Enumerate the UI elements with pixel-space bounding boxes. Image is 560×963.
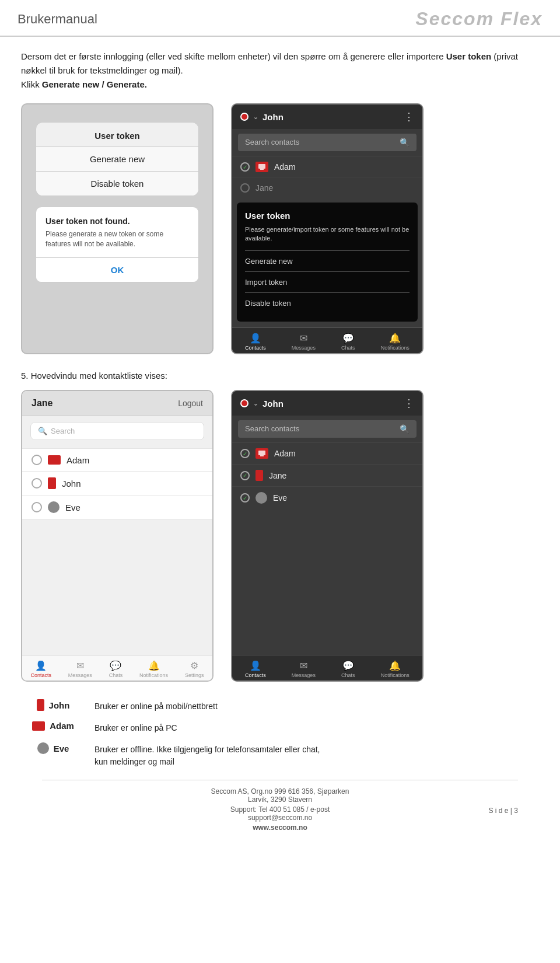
messages-label2: Messages — [292, 672, 316, 678]
check-icon-eve2: ✓ — [240, 493, 250, 503]
nav-contacts[interactable]: 👤 Contacts — [245, 333, 266, 351]
eve-name2: Eve — [273, 493, 287, 503]
ios-messages-label: Messages — [68, 672, 92, 678]
overlay-generate-btn[interactable]: Generate new — [245, 250, 410, 271]
nav-notifications[interactable]: 🔔 Notifications — [381, 333, 410, 351]
check-icon-eve — [32, 502, 42, 512]
android-token-mockup: ⌄ John ⋮ Search contacts 🔍 ✓ Adam Jane — [231, 103, 424, 354]
user-token-bold: User token — [446, 51, 492, 61]
ios-jane-title: Jane — [32, 398, 52, 409]
ios-contacts-label: Contacts — [30, 672, 51, 678]
android-nav-notifications2[interactable]: 🔔 Notifications — [381, 660, 410, 678]
ios-contact-eve[interactable]: Eve — [22, 496, 212, 519]
android-contact-jane-partial[interactable]: Jane — [232, 177, 422, 198]
legend-row-john: John Bruker er online på mobil/nettbrett — [21, 699, 539, 713]
check-icon-jane — [240, 183, 250, 193]
notifications-label2: Notifications — [381, 672, 410, 678]
ios-header2: Jane Logout — [22, 391, 212, 416]
android-bottom-nav2: 👤 Contacts ✉ Messages 💬 Chats 🔔 Notifica… — [232, 655, 422, 681]
ios-generate-btn[interactable]: Generate new — [36, 146, 198, 171]
jane-name2: Jane — [269, 471, 286, 480]
ios-logout-btn[interactable]: Logout — [178, 399, 203, 408]
android-menu-icon[interactable]: ⋮ — [404, 110, 414, 123]
android-header2-name: John — [262, 399, 284, 409]
pc-icon-adam2 — [256, 448, 268, 459]
search-magnifier-icon: 🔍 — [38, 427, 47, 435]
legend-eve-desc: Bruker er offline. Ikke tilgjengelig for… — [94, 742, 320, 768]
chevron-icon2: ⌄ — [253, 400, 258, 407]
main-content: Dersom det er første innlogging (eller v… — [0, 37, 560, 844]
search-placeholder-text: Search contacts — [245, 138, 299, 146]
legend-section: John Bruker er online på mobil/nettbrett… — [21, 699, 539, 768]
pc-icon-adam — [48, 455, 61, 465]
ios-nav-chats[interactable]: 💬 Chats — [109, 660, 123, 678]
contacts-label: Contacts — [245, 345, 266, 351]
search-icon: 🔍 — [400, 138, 410, 147]
ios-alert-ok-btn[interactable]: OK — [36, 257, 198, 282]
ios-chats-icon: 💬 — [110, 660, 121, 671]
android-contact-adam2[interactable]: ✓ Adam — [232, 442, 422, 464]
android-header2: ⌄ John ⋮ — [232, 391, 422, 416]
android-contact-adam[interactable]: ✓ Adam — [232, 156, 422, 177]
android-contact-eve2[interactable]: ✓ Eve — [232, 486, 422, 509]
android-menu-icon2[interactable]: ⋮ — [404, 397, 414, 410]
product-label: Seccom Flex — [415, 8, 542, 30]
chats-label: Chats — [341, 345, 355, 351]
svg-rect-1 — [260, 169, 264, 170]
ios-modal-title: User token — [36, 123, 198, 146]
nav-chats[interactable]: 💬 Chats — [341, 333, 355, 351]
android-search-bar2[interactable]: Search contacts 🔍 — [238, 420, 416, 438]
svg-rect-2 — [258, 451, 265, 455]
footer-page-num: S i d e | 3 — [359, 807, 518, 815]
intro-text-3: Klikk — [21, 79, 42, 89]
chats-label2: Chats — [341, 672, 355, 678]
ios-user-token-modal: User token Generate new Disable token — [36, 122, 199, 196]
svg-rect-0 — [258, 164, 265, 169]
ios-disable-btn[interactable]: Disable token — [36, 171, 198, 196]
overlay-disable-btn[interactable]: Disable token — [245, 292, 410, 313]
screenshot-row-1: User token Generate new Disable token Us… — [21, 103, 539, 354]
ios-nav-settings[interactable]: ⚙ Settings — [185, 660, 204, 678]
intro-paragraph: Dersom det er første innlogging (eller v… — [21, 50, 539, 92]
check-icon-adam2: ✓ — [240, 449, 250, 458]
check-icon-jane2: ✓ — [240, 471, 250, 480]
legend-row-adam: Adam Bruker er online på PC — [21, 721, 539, 734]
svg-rect-3 — [260, 455, 264, 456]
page-number: 3 — [514, 807, 518, 815]
ios-search-bar[interactable]: 🔍 Search — [30, 422, 204, 440]
adam-name: Adam — [66, 455, 89, 465]
overlay-import-btn[interactable]: Import token — [245, 271, 410, 292]
android-token-overlay: User token Please generate/import token … — [237, 203, 418, 322]
ios-settings-label: Settings — [185, 672, 204, 678]
ios-nav-notifications[interactable]: 🔔 Notifications — [139, 660, 168, 678]
android-header-chevron: ⌄ — [253, 114, 258, 120]
ios-alert-dialog: User token not found. Please generate a … — [36, 207, 199, 282]
screenshot-row-2: Jane Logout 🔍 Search Adam John — [21, 390, 539, 682]
ios-contact-adam[interactable]: Adam — [22, 448, 212, 472]
ios-contact-john[interactable]: John — [22, 472, 212, 496]
check-icon-john — [32, 478, 42, 489]
notifications-icon2: 🔔 — [389, 660, 401, 671]
android-contact-jane2[interactable]: ✓ Jane — [232, 464, 422, 486]
legend-mobile-icon — [37, 699, 44, 711]
android-header2-left: ⌄ John — [240, 399, 284, 409]
android-nav-messages2[interactable]: ✉ Messages — [292, 660, 316, 678]
footer-website: www.seccom.no — [201, 824, 359, 832]
footer-line-2: Support: Tel 400 51 085 / e-post support… — [201, 805, 359, 822]
nav-messages[interactable]: ✉ Messages — [292, 333, 316, 351]
ios-nav-contacts[interactable]: 👤 Contacts — [30, 660, 51, 678]
android-nav-contacts2[interactable]: 👤 Contacts — [245, 660, 266, 678]
android-nav-chats2[interactable]: 💬 Chats — [341, 660, 355, 678]
page-label: S i d e — [488, 807, 508, 815]
ios-contacts-icon: 👤 — [35, 660, 47, 671]
messages-icon: ✉ — [300, 333, 307, 344]
android-search-bar[interactable]: Search contacts 🔍 — [238, 134, 416, 151]
ios-chats-label: Chats — [109, 672, 123, 678]
ios-search-placeholder: Search — [51, 427, 75, 435]
messages-label: Messages — [292, 345, 316, 351]
status-dot-icon — [240, 113, 249, 121]
ios-nav-messages[interactable]: ✉ Messages — [68, 660, 92, 678]
android-header: ⌄ John ⋮ — [232, 104, 422, 129]
legend-eve-name: Eve — [54, 744, 69, 753]
ios-settings-icon: ⚙ — [190, 660, 198, 671]
